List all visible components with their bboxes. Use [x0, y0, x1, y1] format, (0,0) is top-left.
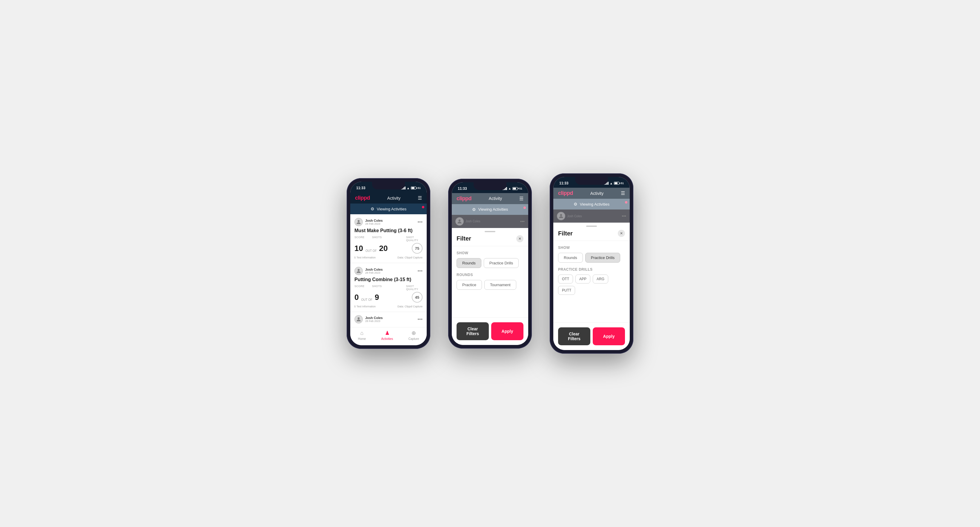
app-header-2: clippd Activity ☰	[452, 193, 528, 204]
sheet-body-3: Show Rounds Practice Drills Practice Dri…	[553, 241, 630, 305]
out-of-1: OUT OF	[366, 249, 377, 252]
wifi-icon-3: ▲	[610, 182, 613, 185]
user-details-1: Josh Coles 28 Feb 2023	[365, 219, 383, 225]
viewing-bar-text-1: Viewing Activities	[377, 207, 406, 211]
pill-putt-3[interactable]: PUTT	[558, 286, 575, 295]
data-source-1: Data: Clippd Capture	[398, 256, 423, 259]
activities-icon: ♟	[385, 330, 390, 336]
pill-arg-3[interactable]: ARG	[593, 275, 608, 284]
clear-filters-button-2[interactable]: Clear Filters	[457, 322, 489, 340]
test-info-1: ℹ Test Information	[355, 256, 375, 259]
svg-point-1	[358, 269, 360, 271]
pill-rounds-2[interactable]: Rounds	[457, 258, 481, 268]
dim-name-3: Josh Coles	[567, 214, 582, 218]
rounds-pills-2: Practice Tournament	[457, 280, 523, 290]
user-info-1: Josh Coles 28 Feb 2023	[355, 218, 383, 226]
score-value-1: 10	[355, 244, 363, 253]
user-name-3: Josh Coles	[365, 316, 383, 320]
apply-button-3[interactable]: Apply	[593, 327, 625, 345]
more-options-3[interactable]: •••	[417, 317, 423, 322]
sq-label-1: Shot Quality	[406, 236, 423, 242]
viewing-bar-2: ⚙ Viewing Activities	[452, 204, 528, 215]
avatar-3	[355, 315, 363, 324]
test-info-2: ℹ Test Information	[355, 305, 375, 308]
more-options-1[interactable]: •••	[417, 219, 423, 225]
dim-name-2: Josh Coles	[466, 220, 480, 223]
phone-2-screen: 11:33 ▲ 51 clippd Activity ☰	[452, 183, 528, 345]
user-date-1: 28 Feb 2023	[365, 222, 383, 225]
logo-3: clippd	[558, 190, 573, 196]
svg-point-3	[459, 219, 461, 221]
home-icon: ⌂	[360, 330, 364, 336]
notch-3	[575, 177, 608, 185]
card-header-1: Josh Coles 28 Feb 2023 •••	[355, 218, 423, 226]
time-2: 11:33	[458, 187, 467, 191]
pill-rounds-3[interactable]: Rounds	[558, 253, 583, 263]
close-button-2[interactable]: ✕	[516, 235, 523, 242]
app-header-3: clippd Activity ☰	[553, 188, 630, 199]
battery-2: 51	[512, 187, 522, 190]
pill-ott-3[interactable]: OTT	[558, 275, 573, 284]
close-button-3[interactable]: ✕	[618, 230, 625, 237]
data-source-2: Data: Clippd Capture	[398, 305, 423, 308]
pill-practice-drills-3[interactable]: Practice Drills	[585, 253, 620, 263]
dim-user-3: Josh Coles	[567, 214, 582, 218]
pill-practice-2[interactable]: Practice	[457, 280, 482, 290]
dim-dots-2: •••	[520, 219, 525, 224]
activity-card-3[interactable]: Josh Coles 28 Feb 2023 •••	[350, 312, 427, 327]
avatar-dim-2	[455, 217, 464, 225]
viewing-bar-3: ⚙ Viewing Activities	[553, 199, 630, 210]
sheet-footer-3: Clear Filters Apply	[553, 322, 630, 350]
app-header-1: clippd Activity ☰	[350, 192, 427, 203]
pill-app-3[interactable]: APP	[575, 275, 590, 284]
user-details-3: Josh Coles 28 Feb 2023	[365, 316, 383, 322]
svg-point-0	[358, 220, 360, 222]
dim-card-stub-2: Josh Coles •••	[455, 217, 525, 225]
dim-overlay-2: Josh Coles •••	[452, 215, 528, 228]
sq-label-2: Shot Quality	[406, 285, 423, 290]
notification-dot-2	[523, 206, 526, 209]
card-footer-2: ℹ Test Information Data: Clippd Capture	[355, 305, 423, 308]
shot-quality-badge-1: 75	[412, 243, 423, 254]
viewing-bar-1[interactable]: ⚙ Viewing Activities	[350, 203, 427, 214]
pill-practice-drills-2[interactable]: Practice Drills	[484, 258, 519, 268]
viewing-bar-text-2: Viewing Activities	[478, 207, 508, 211]
nav-home-1[interactable]: ⌂ Home	[358, 330, 366, 340]
filter-title-3: Filter	[558, 230, 573, 237]
shots-label-1: Shots	[372, 236, 405, 239]
clear-filters-button-3[interactable]: Clear Filters	[558, 327, 590, 345]
practice-drills-label-3: Practice Drills	[558, 267, 625, 271]
filter-icon-2: ⚙	[472, 207, 476, 212]
shots-value-2: 9	[375, 293, 379, 302]
logo-2: clippd	[457, 195, 471, 202]
pill-tournament-2[interactable]: Tournament	[484, 280, 516, 290]
menu-icon-2: ☰	[519, 196, 523, 202]
activity-card-2[interactable]: Josh Coles 28 Feb 2023 ••• Putting Combi…	[350, 263, 427, 311]
filter-icon-3: ⚙	[574, 202, 578, 206]
nav-capture-1[interactable]: ⊕ Capture	[409, 330, 419, 340]
filter-icon-1: ⚙	[371, 206, 374, 211]
time-3: 11:33	[559, 181, 568, 185]
activity-card-1[interactable]: Josh Coles 28 Feb 2023 ••• Must Make Put…	[350, 214, 427, 263]
filter-sheet-2: Filter ✕ Show Rounds Practice Drills Rou…	[452, 228, 528, 345]
score-label-2: Score	[355, 285, 371, 288]
more-options-2[interactable]: •••	[417, 268, 423, 274]
menu-icon-1[interactable]: ☰	[418, 195, 422, 201]
capture-icon: ⊕	[412, 330, 416, 336]
phone-2: 11:33 ▲ 51 clippd Activity ☰	[448, 179, 532, 349]
page-title-3: Activity	[590, 191, 603, 196]
out-of-2: OUT OF	[361, 298, 372, 302]
time-1: 11:33	[356, 186, 366, 190]
dim-overlay-3: Josh Coles •••	[553, 210, 630, 222]
filter-sheet-3: Filter ✕ Show Rounds Practice Drills Pra…	[553, 222, 630, 350]
sheet-body-2: Show Rounds Practice Drills Rounds Pract…	[452, 246, 528, 299]
sheet-header-2: Filter ✕	[452, 234, 528, 246]
card-header-2: Josh Coles 28 Feb 2023 •••	[355, 267, 423, 275]
page-title-1: Activity	[387, 196, 401, 200]
apply-button-2[interactable]: Apply	[491, 322, 523, 340]
phone-3-screen: 11:33 ▲ 51 clippd Activity ☰	[553, 177, 630, 350]
card-stats-2: 0 OUT OF 9 45	[355, 292, 423, 303]
shots-label-2: Shots	[372, 285, 405, 288]
filter-title-2: Filter	[457, 235, 471, 242]
nav-activities-1[interactable]: ♟ Activities	[381, 330, 393, 340]
